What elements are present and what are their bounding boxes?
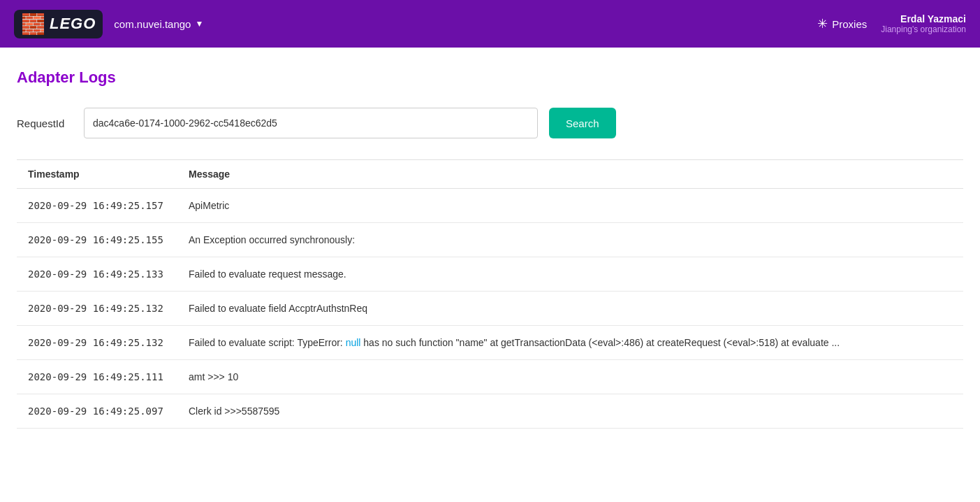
user-name: Erdal Yazmaci [881,13,966,24]
message-cell: An Exception occurred synchronously: [177,223,963,257]
timestamp-cell: 2020-09-29 16:49:25.097 [17,394,177,429]
logo-box: 🧱 LEGO [14,10,103,38]
table-row: 2020-09-29 16:49:25.132Failed to evaluat… [17,292,963,326]
page-content: Adapter Logs RequestId Search Timestamp … [0,48,980,450]
table-row: 2020-09-29 16:49:25.157ApiMetric [17,189,963,223]
table-row: 2020-09-29 16:49:25.133Failed to evaluat… [17,257,963,292]
table-header-row: Timestamp Message [17,160,963,189]
logo-text: LEGO [50,15,96,33]
timestamp-cell: 2020-09-29 16:49:25.133 [17,257,177,292]
search-row: RequestId Search [17,108,963,138]
timestamp-cell: 2020-09-29 16:49:25.155 [17,223,177,257]
message-cell: Failed to evaluate field AccptrAuthstnRe… [177,292,963,326]
message-cell: Clerk id >>>5587595 [177,394,963,429]
app-selector[interactable]: com.nuvei.tango ▼ [114,18,203,30]
proxies-button[interactable]: ✳ Proxies [817,16,867,31]
timestamp-cell: 2020-09-29 16:49:25.111 [17,360,177,394]
header-left: 🧱 LEGO com.nuvei.tango ▼ [14,10,203,38]
message-cell: Failed to evaluate request message. [177,257,963,292]
col-header-timestamp: Timestamp [17,160,177,189]
log-table: Timestamp Message 2020-09-29 16:49:25.15… [17,159,963,429]
asterisk-icon: ✳ [817,16,828,31]
search-label: RequestId [17,117,73,129]
timestamp-cell: 2020-09-29 16:49:25.157 [17,189,177,223]
search-button[interactable]: Search [549,108,616,138]
table-body: 2020-09-29 16:49:25.157ApiMetric2020-09-… [17,189,963,429]
table-row: 2020-09-29 16:49:25.111amt >>> 10 [17,360,963,394]
user-info: Erdal Yazmaci Jianping's organization [881,13,966,34]
table-row: 2020-09-29 16:49:25.155An Exception occu… [17,223,963,257]
page-title: Adapter Logs [17,69,963,87]
message-cell: amt >>> 10 [177,360,963,394]
logo-container: 🧱 LEGO [14,10,103,38]
table-row: 2020-09-29 16:49:25.097Clerk id >>>55875… [17,394,963,429]
timestamp-cell: 2020-09-29 16:49:25.132 [17,292,177,326]
timestamp-cell: 2020-09-29 16:49:25.132 [17,326,177,360]
lego-figure-icon: 🧱 [21,13,45,36]
app-header: 🧱 LEGO com.nuvei.tango ▼ ✳ Proxies Erdal… [0,0,980,48]
user-org: Jianping's organization [881,24,966,34]
header-right: ✳ Proxies Erdal Yazmaci Jianping's organ… [817,13,966,34]
chevron-down-icon: ▼ [195,19,203,29]
null-highlight: null [346,337,361,348]
col-header-message: Message [177,160,963,189]
app-name: com.nuvei.tango [114,18,191,30]
message-cell: ApiMetric [177,189,963,223]
search-input[interactable] [84,108,538,138]
proxies-label: Proxies [832,18,867,30]
table-row: 2020-09-29 16:49:25.132Failed to evaluat… [17,326,963,360]
message-cell: Failed to evaluate script: TypeError: nu… [177,326,963,360]
